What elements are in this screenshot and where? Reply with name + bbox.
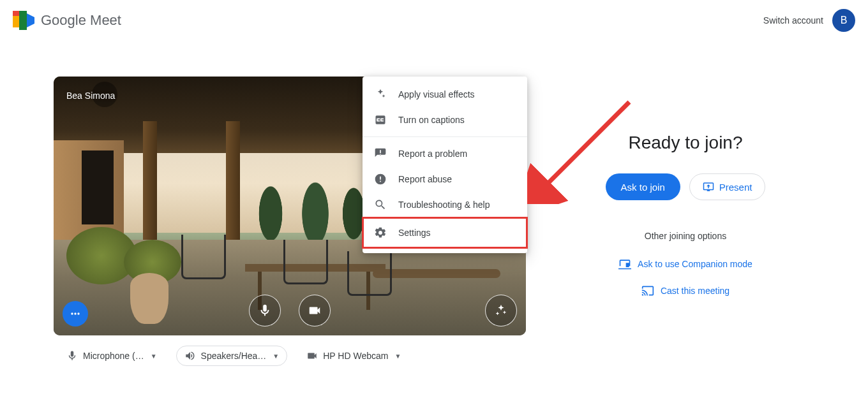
present-button[interactable]: Present [689, 173, 766, 200]
device-selector-row: Microphone (… ▼ Speakers/Hea… ▼ HP HD We… [54, 346, 526, 366]
menu-item-visual-effects[interactable]: Apply visual effects [363, 82, 527, 107]
chevron-down-icon: ▼ [394, 353, 401, 360]
companion-mode-link[interactable]: Ask to use Companion mode [618, 258, 752, 270]
mic-label: Microphone (… [83, 351, 144, 361]
chevron-down-icon: ▼ [273, 353, 279, 360]
cast-meeting-link[interactable]: Cast this meeting [641, 284, 730, 297]
camera-toggle-button[interactable] [299, 295, 331, 326]
main: Bea Simona Apply visual effects [54, 77, 807, 366]
menu-item-troubleshooting[interactable]: Troubleshooting & help [363, 192, 527, 217]
header-right: Switch account B [763, 9, 855, 32]
brand: Google Meet [13, 11, 121, 30]
product-name: Google Meet [41, 12, 121, 29]
svg-marker-2 [27, 13, 34, 27]
companion-label: Ask to use Companion mode [638, 259, 752, 269]
more-options-menu: Apply visual effects Turn on captions Re… [363, 77, 527, 253]
more-options-button[interactable] [63, 301, 88, 326]
visual-effects-button[interactable] [485, 295, 517, 326]
camera-label: HP HD Webcam [323, 351, 388, 361]
svg-point-5 [74, 312, 76, 314]
other-options-title: Other joining options [645, 231, 726, 241]
preview-controls [54, 295, 526, 326]
participant-name: Bea Simona [66, 91, 115, 101]
svg-point-4 [71, 312, 73, 314]
svg-rect-3 [13, 11, 19, 16]
join-buttons: Ask to join Present [606, 173, 766, 200]
avatar[interactable]: B [832, 9, 855, 32]
menu-item-report-problem[interactable]: Report a problem [363, 141, 527, 166]
chevron-down-icon: ▼ [151, 353, 157, 360]
header-bar: Google Meet Switch account B [0, 0, 868, 41]
svg-point-6 [77, 312, 79, 314]
switch-account-link[interactable]: Switch account [763, 15, 823, 26]
join-column: Ready to join? Ask to join Present Other… [564, 77, 807, 366]
video-preview: Bea Simona Apply visual effects [54, 77, 526, 335]
menu-label: Turn on captions [398, 115, 465, 125]
camera-selector[interactable]: HP HD Webcam ▼ [299, 346, 408, 365]
meet-logo-icon [13, 11, 36, 30]
menu-label: Apply visual effects [398, 89, 475, 99]
speaker-selector[interactable]: Speakers/Hea… ▼ [176, 346, 288, 366]
ask-to-join-button[interactable]: Ask to join [606, 173, 680, 200]
preview-column: Bea Simona Apply visual effects [54, 77, 526, 366]
menu-item-captions[interactable]: Turn on captions [363, 107, 527, 133]
present-label: Present [719, 182, 752, 193]
svg-rect-1 [19, 11, 27, 30]
menu-label: Report abuse [398, 174, 452, 184]
menu-item-settings[interactable]: Settings [363, 217, 527, 248]
menu-label: Report a problem [398, 149, 467, 159]
menu-label: Settings [398, 228, 431, 238]
menu-label: Troubleshooting & help [398, 200, 490, 210]
mic-selector[interactable]: Microphone (… ▼ [59, 346, 165, 365]
speaker-label: Speakers/Hea… [201, 351, 267, 361]
ready-title: Ready to join? [628, 133, 742, 153]
mic-toggle-button[interactable] [249, 295, 281, 326]
cast-label: Cast this meeting [661, 286, 730, 296]
menu-divider [363, 136, 527, 137]
menu-item-report-abuse[interactable]: Report abuse [363, 166, 527, 192]
